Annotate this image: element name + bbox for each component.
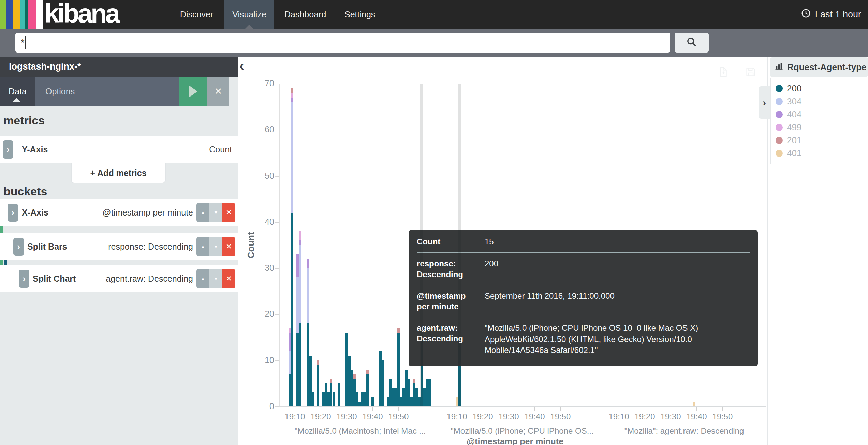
move-down-button[interactable]: ▼: [209, 237, 222, 256]
bar-segment-201[interactable]: [366, 370, 369, 374]
bucket-row-split-chart[interactable]: › Split Chart agent.raw: Descending ▲ ▼ …: [0, 265, 238, 292]
bar-segment-499[interactable]: [289, 328, 291, 333]
bar-segment-201[interactable]: [353, 374, 356, 379]
time-picker[interactable]: Last 1 hour: [801, 0, 861, 29]
bar-segment-200[interactable]: [327, 392, 330, 406]
legend-item-201[interactable]: 201: [771, 134, 868, 147]
bar-segment-304[interactable]: [289, 351, 291, 374]
bar-segment-200[interactable]: [309, 356, 312, 406]
bar-segment-404[interactable]: [291, 98, 293, 102]
move-up-button[interactable]: ▲: [196, 269, 209, 288]
expand-toggle-icon[interactable]: ›: [13, 238, 24, 256]
bar-segment-200[interactable]: [364, 392, 366, 406]
bar-segment-200[interactable]: [423, 388, 426, 406]
bar-segment-201[interactable]: [397, 328, 400, 333]
bar-segment-200[interactable]: [317, 365, 319, 406]
bar-segment-401[interactable]: [693, 402, 695, 406]
bar-segment-304[interactable]: [291, 102, 293, 213]
nav-item-discover[interactable]: Discover: [180, 0, 213, 29]
bar-segment-200[interactable]: [415, 388, 418, 406]
bar-segment-201[interactable]: [291, 88, 293, 93]
move-down-button[interactable]: ▼: [209, 203, 222, 222]
sidebar-collapse-icon[interactable]: ‹: [239, 59, 244, 73]
bar-segment-200[interactable]: [351, 370, 353, 406]
bar-segment-404[interactable]: [307, 259, 309, 268]
bar-segment-200[interactable]: [330, 383, 332, 406]
move-down-button[interactable]: ▼: [209, 269, 222, 288]
legend-item-499[interactable]: 499: [771, 121, 868, 134]
bar-segment-499[interactable]: [299, 231, 301, 240]
search-input[interactable]: *: [15, 33, 670, 53]
bar-segment-200[interactable]: [322, 392, 325, 406]
search-button[interactable]: [675, 33, 709, 53]
bar-segment-401[interactable]: [456, 397, 458, 406]
legend-item-304[interactable]: 304: [771, 95, 868, 108]
bucket-row-x-axis[interactable]: › X-Axis @timestamp per minute ▲ ▼ ✕: [0, 199, 238, 226]
bar-segment-499[interactable]: [291, 93, 293, 98]
bar-segment-200[interactable]: [348, 356, 351, 406]
bar-segment-200[interactable]: [289, 374, 291, 406]
bar-segment-200[interactable]: [382, 360, 384, 406]
apply-changes-button[interactable]: [179, 77, 207, 106]
bar-segment-200[interactable]: [299, 323, 301, 406]
bar-segment-200[interactable]: [361, 392, 364, 406]
bar-segment-200[interactable]: [353, 379, 356, 406]
bar-segment-200[interactable]: [356, 392, 358, 406]
bar-segment-200[interactable]: [312, 392, 314, 406]
delete-bucket-button[interactable]: ✕: [222, 269, 235, 288]
legend-item-200[interactable]: 200: [771, 82, 868, 95]
add-metrics-button[interactable]: + Add metrics: [71, 163, 166, 183]
bar-segment-200[interactable]: [413, 383, 415, 406]
bar-segment-200[interactable]: [366, 374, 369, 406]
move-up-button[interactable]: ▲: [196, 203, 209, 222]
bar-segment-200[interactable]: [291, 213, 293, 406]
bar-segment-200[interactable]: [402, 388, 405, 406]
bar-segment-404[interactable]: [299, 240, 301, 245]
bar-segment-404[interactable]: [296, 254, 299, 278]
bar-segment-200[interactable]: [371, 397, 374, 406]
bar-segment-201[interactable]: [317, 360, 319, 365]
bar-segment-200[interactable]: [307, 323, 309, 406]
nav-item-settings[interactable]: Settings: [344, 0, 375, 29]
bar-segment-200[interactable]: [428, 379, 431, 406]
legend-item-404[interactable]: 404: [771, 108, 868, 121]
bar-segment-200[interactable]: [397, 333, 400, 406]
discard-changes-button[interactable]: ✕: [207, 77, 229, 106]
legend-collapse-icon[interactable]: ›: [759, 86, 770, 119]
expand-toggle-icon[interactable]: ›: [19, 270, 29, 288]
new-visualization-icon[interactable]: [718, 66, 729, 78]
bar-segment-200[interactable]: [410, 397, 413, 406]
bar-segment-304[interactable]: [307, 268, 309, 323]
move-up-button[interactable]: ▲: [196, 237, 209, 256]
bar-segment-201[interactable]: [330, 379, 332, 384]
expand-toggle-icon[interactable]: ›: [3, 140, 13, 159]
expand-toggle-icon[interactable]: ›: [8, 204, 18, 222]
save-icon[interactable]: [745, 66, 756, 78]
bar-segment-200[interactable]: [405, 370, 408, 406]
tab-options[interactable]: Options: [45, 77, 75, 106]
bar-segment-200[interactable]: [338, 383, 340, 406]
bar-segment-200[interactable]: [387, 397, 389, 406]
bar-segment-200[interactable]: [395, 388, 397, 406]
bar-segment-200[interactable]: [400, 397, 402, 406]
bar-segment-200[interactable]: [333, 392, 335, 406]
bar-segment-200[interactable]: [379, 351, 382, 406]
metric-row-y-axis[interactable]: › Y-Axis Count: [0, 136, 238, 163]
bar-segment-200[interactable]: [408, 379, 410, 406]
delete-bucket-button[interactable]: ✕: [222, 237, 235, 256]
legend-item-401[interactable]: 401: [771, 147, 868, 160]
bar-segment-200[interactable]: [426, 379, 428, 406]
bar-segment-304[interactable]: [299, 245, 301, 324]
bar-segment-200[interactable]: [296, 333, 299, 406]
bucket-row-split-bars[interactable]: › Split Bars response: Descending ▲ ▼ ✕: [0, 233, 238, 260]
bar-segment-200[interactable]: [345, 333, 348, 406]
nav-item-dashboard[interactable]: Dashboard: [284, 0, 326, 29]
bar-segment-404[interactable]: [289, 333, 291, 351]
delete-bucket-button[interactable]: ✕: [222, 203, 235, 222]
bar-segment-304[interactable]: [296, 277, 299, 332]
bar-segment-200[interactable]: [358, 402, 361, 406]
bar-segment-200[interactable]: [392, 388, 395, 406]
bar-segment-200[interactable]: [325, 383, 327, 406]
bar-segment-201[interactable]: [413, 379, 415, 384]
bar-segment-200[interactable]: [389, 379, 392, 406]
